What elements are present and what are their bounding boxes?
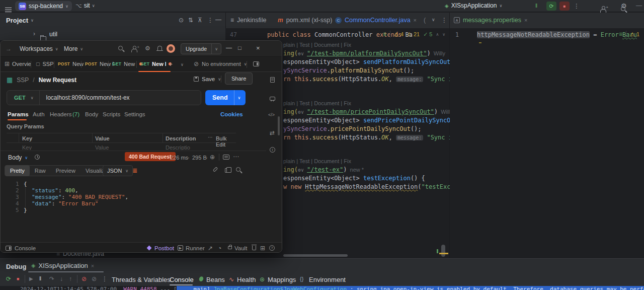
tab-list-chevron-icon[interactable]: ∨ [181, 62, 184, 67]
close-icon[interactable]: × [524, 17, 527, 23]
more-actions-icon[interactable]: ⋮ [574, 3, 580, 10]
tab-pom-xml[interactable]: m pom.xml (xl-ssp) [278, 17, 332, 24]
settings-gear-icon[interactable]: ⚙ [621, 2, 627, 10]
editor-messages-properties[interactable]: 1 httpMessageNotReadableException = Erro… [450, 28, 644, 258]
method-selector[interactable]: GET ∨ [7, 95, 33, 101]
trash-icon[interactable] [252, 246, 256, 250]
link-icon[interactable] [213, 167, 218, 172]
window-maximize-icon[interactable]: □ [238, 45, 242, 51]
tab-params[interactable]: Params [8, 111, 29, 117]
tab-mappings[interactable]: Mappings [268, 276, 296, 283]
more-menu[interactable]: More ∨ [64, 45, 83, 52]
tree-chevron-icon[interactable]: › [33, 30, 35, 37]
pause-output-icon[interactable]: ‖ [535, 3, 537, 9]
stop-icon[interactable]: ■ [17, 276, 19, 281]
info-icon[interactable]: i [270, 147, 275, 153]
window-close-icon[interactable]: × [256, 44, 260, 52]
rerun-debug-button[interactable]: ⟳ [546, 2, 556, 11]
response-size[interactable]: 295 B [192, 155, 207, 161]
code-line[interactable]: ing(⊕∨ "/test-bpmn/platformDailySyncOut"… [283, 49, 445, 57]
tab-auth[interactable]: Auth [33, 111, 45, 117]
save-button[interactable]: Save ∨ [194, 76, 221, 82]
response-body-selector[interactable]: Body ∨ [8, 154, 28, 161]
tab-scripts[interactable]: Scripts [103, 111, 120, 117]
tab-ssp-collection[interactable]: ▢ SSP [36, 61, 54, 67]
warning-stripe-mark[interactable] [439, 253, 448, 254]
view-breakpoints-icon[interactable]: ⊘ [82, 275, 87, 282]
send-options-icon[interactable]: ∨ [234, 96, 245, 100]
code-line[interactable]: esponseEntity<Object> testException() { [283, 174, 425, 182]
tab-jenkinsfile[interactable]: ≡ Jenkinsfile [230, 17, 266, 24]
forward-arrow-icon[interactable]: → [6, 45, 12, 52]
grid-view-icon[interactable]: ⊞ [260, 245, 265, 251]
column-options-icon[interactable]: ⋯ [208, 134, 213, 140]
code-line[interactable]: ySyncService.pricePointDailySyncOut(); [283, 125, 422, 133]
runner-button[interactable]: Runner [186, 245, 205, 251]
params-empty-row[interactable]: Key Value Descriptio [7, 143, 236, 150]
expand-all-icon[interactable]: ⇅ [188, 17, 193, 24]
status-badge[interactable]: 400 Bad Request [125, 152, 176, 161]
network-globe-icon[interactable]: ⊕ [210, 154, 215, 160]
help-icon[interactable]: ? [269, 245, 275, 251]
locate-file-icon[interactable]: ⊙ [179, 17, 184, 24]
console-button[interactable]: Console [15, 245, 36, 251]
upgrade-button[interactable]: Upgrade ∨ [181, 43, 221, 54]
inspection-widget[interactable]: ≡ ⚠4 ⚠21 ✓5 ∧ ∨ [383, 31, 445, 38]
postbot-button[interactable]: Postbot [154, 245, 174, 251]
main-menu-icon[interactable] [5, 8, 12, 12]
close-icon[interactable]: × [414, 17, 417, 23]
tab-body[interactable]: Body [85, 111, 98, 117]
code-line[interactable]: ySyncService.platformDailySyncOut(); [283, 66, 414, 75]
editor-horizontal-scrollbar[interactable] [283, 254, 348, 257]
tab-preview[interactable]: Preview [51, 165, 80, 176]
notifications-bell-icon[interactable] [157, 46, 162, 50]
step-over-icon[interactable]: ↷ [49, 275, 54, 282]
response-view-icon[interactable] [223, 155, 229, 160]
editor-vertical-scrollbar[interactable] [441, 245, 445, 257]
format-selector[interactable]: JSON ∨ [103, 165, 133, 176]
chevron-down-icon[interactable]: ∨ [442, 32, 445, 37]
tab-health[interactable]: Health [237, 276, 256, 283]
panel-options-icon[interactable]: ⋮ [207, 17, 213, 24]
tab-options-icon[interactable]: ⋮ [441, 17, 447, 24]
send-button[interactable]: Send [205, 94, 234, 101]
close-icon[interactable]: × [91, 263, 94, 269]
stop-button[interactable]: ■ [559, 2, 570, 11]
tab-environment[interactable]: Environment [309, 276, 346, 283]
response-time[interactable]: 226 ms [170, 155, 188, 161]
rerun-icon[interactable]: ⟳ [6, 275, 11, 282]
convert-icon[interactable]: ⇄ [270, 130, 275, 136]
settings-gear-icon[interactable]: ⚙ [145, 45, 150, 52]
collapse-all-icon[interactable]: ⊼ [198, 17, 202, 24]
console-output[interactable]: 2024-12-10T11:14:45.578-07:00 WARN 44858… [0, 286, 644, 290]
resume-icon[interactable]: ▶ [29, 276, 33, 281]
capture-requests-icon[interactable]: ↗ [208, 245, 213, 251]
code-line[interactable]: esponseEntity<Object> sendPlatformDailyS… [283, 58, 465, 66]
run-config-selector[interactable]: ◈ XISspApplication ∨ [445, 2, 502, 9]
code-line[interactable]: plain | Test | Document | Fix [283, 99, 351, 107]
code-line[interactable]: esponseEntity<Object> sendPricePointDail… [283, 116, 472, 124]
workspaces-menu[interactable]: Workspaces ∨ [20, 45, 58, 52]
wrap-text-icon[interactable]: ≣ [132, 167, 137, 174]
code-line[interactable]: ing(⊕∨ "/test-ex") new * [283, 166, 364, 174]
search-icon[interactable] [118, 46, 123, 50]
cookies-icon[interactable]: ◔ [218, 245, 221, 251]
step-out-icon[interactable]: ↑ [69, 275, 72, 282]
tab-commoncontroller[interactable]: C CommonController.java × [335, 17, 417, 24]
chevron-up-icon[interactable]: ∧ [436, 32, 439, 37]
code-line[interactable]: plain | Test | Document | Fix [283, 157, 351, 165]
branch-switcher[interactable]: ⌥ sit ∨ [75, 2, 95, 9]
new-tab-icon[interactable]: + [169, 60, 173, 68]
response-more-icon[interactable]: ⋯ [233, 154, 239, 160]
code-line[interactable]: plain | Test | Document | Fix [283, 41, 351, 49]
tab-settings[interactable]: Settings [124, 111, 145, 117]
debug-session-tab[interactable]: ◈ XISspApplication × [31, 262, 94, 269]
tab-messages-properties[interactable]: A messages.properties × [454, 17, 527, 24]
tab-console[interactable]: Console [170, 276, 194, 283]
project-switcher[interactable]: SB ssp-backend ∨ [15, 1, 72, 11]
hidden-tabs-icon[interactable]: ∨ [432, 17, 435, 22]
documentation-icon[interactable] [270, 77, 275, 83]
tab-threads-variables[interactable]: Threads & Variables [112, 276, 171, 283]
breadcrumb-request-name[interactable]: New Request [39, 77, 76, 84]
tab-beans[interactable]: Beans [206, 276, 225, 283]
